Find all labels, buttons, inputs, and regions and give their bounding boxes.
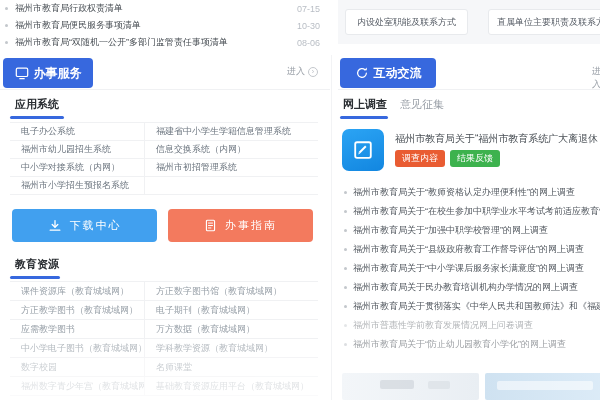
affiliated-units-contact-link[interactable]: 直属单位主要职责及联系方式 — [488, 9, 600, 35]
featured-survey-title[interactable]: 福州市教育局关于“福州市教育系统广大离退休... — [395, 132, 598, 146]
resource-link[interactable]: 课件资源库（教育城域网） — [10, 282, 145, 301]
survey-content-button[interactable]: 调查内容 — [395, 150, 445, 167]
system-link-empty — [145, 177, 318, 195]
resource-link[interactable]: 学科教学资源（教育城域网） — [145, 339, 318, 358]
bullet-dot-icon — [344, 229, 347, 232]
tab-online-survey[interactable]: 网上调查 — [343, 97, 387, 112]
divider — [338, 89, 600, 90]
system-link[interactable]: 信息交换系统（内网） — [145, 141, 318, 159]
news-list: 福州市教育局行政权责清单 07-15 福州市教育局便民服务事项清单 10-30 … — [0, 0, 320, 51]
download-icon — [48, 219, 62, 233]
survey-item[interactable]: 福州市教育局关于“县级政府教育工作督导评估”的网上调查 — [342, 240, 600, 259]
resource-link[interactable]: 电子期刊（教育城域网） — [145, 301, 318, 320]
service-enter-link[interactable]: 进入 › — [287, 65, 318, 78]
resource-link[interactable]: 应需教学图书 — [10, 320, 145, 339]
departments-contact-link[interactable]: 内设处室职能及联系方式 — [345, 9, 468, 35]
survey-title[interactable]: 福州市教育局关于民办教育培训机构办学情况的网上调查 — [353, 281, 600, 294]
survey-result-button[interactable]: 结果反馈 — [450, 150, 500, 167]
survey-item[interactable]: 福州市教育局关于“在校生参加中职学业水平考试考前适应教育情... — [342, 202, 600, 221]
survey-title[interactable]: 福州市教育局关于“教师资格认定办理便利性”的网上调查 — [353, 186, 600, 199]
survey-item[interactable]: 福州市教育局关于“加强中职学校管理”的网上调查 — [342, 221, 600, 240]
news-title[interactable]: 福州市教育局便民服务事项清单 — [15, 19, 289, 32]
banner-graphic — [428, 381, 450, 389]
promo-banner-right[interactable] — [485, 373, 600, 400]
bullet-dot-icon — [344, 248, 347, 251]
resource-link[interactable]: 基础教育资源应用平台（教育城域网） — [145, 377, 318, 396]
tab-application-systems[interactable]: 应用系统 — [15, 97, 59, 112]
survey-list: 福州市教育局关于“教师资格认定办理便利性”的网上调查 福州市教育局关于“在校生参… — [342, 183, 600, 354]
survey-title[interactable]: 福州市教育局关于“防止幼儿园教育小学化”的网上调查 — [353, 338, 600, 351]
resource-link[interactable]: 福州数字青少年宫（教育城域网） — [10, 377, 145, 396]
survey-item[interactable]: 福州市普惠性学前教育发展情况网上问卷调查 — [342, 316, 600, 335]
resource-link[interactable]: 方正数字图书馆（教育城域网） — [145, 282, 318, 301]
enter-label: 进入 — [592, 65, 600, 91]
tab-opinion-collection[interactable]: 意见征集 — [400, 97, 444, 112]
bullet-dot-icon — [344, 286, 347, 289]
survey-title[interactable]: 福州市教育局关于“在校生参加中职学业水平考试考前适应教育情... — [353, 205, 600, 218]
interaction-section-title: 互动交流 — [374, 65, 422, 82]
tab-underline — [10, 116, 64, 119]
interaction-icon — [355, 66, 369, 80]
survey-item[interactable]: 福州市教育局关于“防止幼儿园教育小学化”的网上调查 — [342, 335, 600, 354]
edit-pen-icon — [352, 139, 374, 161]
interaction-enter-link[interactable]: 进入 — [592, 65, 600, 91]
resource-link[interactable]: 方正教学图书（教育城域网） — [10, 301, 145, 320]
system-link[interactable]: 电子办公系统 — [10, 123, 145, 141]
system-link[interactable]: 福州市小学招生预报名系统 — [10, 177, 145, 195]
column-divider — [331, 55, 332, 400]
download-center-label: 下载中心 — [70, 218, 122, 233]
survey-item[interactable]: 福州市教育局关于贯彻落实《中华人民共和国教师法》和《福建... — [342, 297, 600, 316]
application-systems-table: 电子办公系统 福建省中小学生学籍信息管理系统 福州市幼儿园招生系统 信息交换系统… — [10, 122, 318, 195]
bullet-dot-icon — [344, 210, 347, 213]
bullet-dot-icon — [344, 305, 347, 308]
resource-link[interactable]: 数字校园 — [10, 358, 145, 377]
download-center-button[interactable]: 下载中心 — [12, 209, 157, 242]
education-resources-table: 课件资源库（教育城域网） 方正数字图书馆（教育城域网） 方正教学图书（教育城域网… — [10, 281, 318, 396]
promo-banner-left[interactable] — [342, 373, 479, 400]
survey-title[interactable]: 福州市教育局关于“县级政府教育工作督导评估”的网上调查 — [353, 243, 600, 256]
quick-links-strip: 内设处室职能及联系方式 直属单位主要职责及联系方式 — [338, 0, 600, 44]
tab-underline — [340, 116, 388, 119]
survey-title[interactable]: 福州市普惠性学前教育发展情况网上问卷调查 — [353, 319, 600, 332]
service-guide-button[interactable]: 办事指南 — [168, 209, 313, 242]
resource-link[interactable]: 万方数据（教育城域网） — [145, 320, 318, 339]
survey-title[interactable]: 福州市教育局关于“中小学课后服务家长满意度”的网上调查 — [353, 262, 600, 275]
news-title[interactable]: 福州市教育局“双随机一公开”多部门监管责任事项清单 — [15, 36, 289, 49]
survey-title[interactable]: 福州市教育局关于贯彻落实《中华人民共和国教师法》和《福建... — [353, 300, 600, 313]
survey-title[interactable]: 福州市教育局关于“加强中职学校管理”的网上调查 — [353, 224, 600, 237]
resource-link[interactable]: 名师课堂 — [145, 358, 318, 377]
system-link[interactable]: 福州市幼儿园招生系统 — [10, 141, 145, 159]
tab-education-resources[interactable]: 教育资源 — [15, 257, 59, 272]
service-guide-label: 办事指南 — [225, 218, 277, 233]
right-column: 内设处室职能及联系方式 直属单位主要职责及联系方式 互动交流 进入 网上调查 意… — [338, 0, 600, 400]
bullet-dot-icon — [344, 267, 347, 270]
bullet-dot-icon — [5, 7, 8, 10]
bullet-dot-icon — [5, 41, 8, 44]
news-item[interactable]: 福州市教育局便民服务事项清单 10-30 — [0, 17, 320, 34]
news-item[interactable]: 福州市教育局行政权责清单 07-15 — [0, 0, 320, 17]
portal-page: 福州市教育局行政权责清单 07-15 福州市教育局便民服务事项清单 10-30 … — [0, 0, 600, 400]
news-date: 08-06 — [297, 38, 320, 48]
news-date: 10-30 — [297, 21, 320, 31]
service-section-header: 办事服务 — [3, 58, 93, 88]
system-link[interactable]: 福州市初招管理系统 — [145, 159, 318, 177]
survey-item[interactable]: 福州市教育局关于“中小学课后服务家长满意度”的网上调查 — [342, 259, 600, 278]
survey-item[interactable]: 福州市教育局关于“教师资格认定办理便利性”的网上调查 — [342, 183, 600, 202]
survey-item[interactable]: 福州市教育局关于民办教育培训机构办学情况的网上调查 — [342, 278, 600, 297]
news-title[interactable]: 福州市教育局行政权责清单 — [15, 2, 289, 15]
action-buttons: 下载中心 办事指南 — [12, 209, 313, 242]
news-item[interactable]: 福州市教育局“双随机一公开”多部门监管责任事项清单 08-06 — [0, 34, 320, 51]
survey-edit-icon — [342, 129, 384, 171]
bullet-dot-icon — [5, 24, 8, 27]
system-link[interactable]: 中小学对接系统（内网） — [10, 159, 145, 177]
divider — [0, 89, 330, 90]
bullet-dot-icon — [344, 324, 347, 327]
bullet-dot-icon — [344, 343, 347, 346]
news-date: 07-15 — [297, 4, 320, 14]
system-link[interactable]: 福建省中小学生学籍信息管理系统 — [145, 123, 318, 141]
banner-graphic — [380, 380, 414, 389]
resource-link[interactable]: 中小学电子图书（教育城域网） — [10, 339, 145, 358]
service-icon — [15, 66, 29, 80]
interaction-section-header: 互动交流 — [340, 58, 436, 88]
tab-underline — [10, 276, 60, 279]
